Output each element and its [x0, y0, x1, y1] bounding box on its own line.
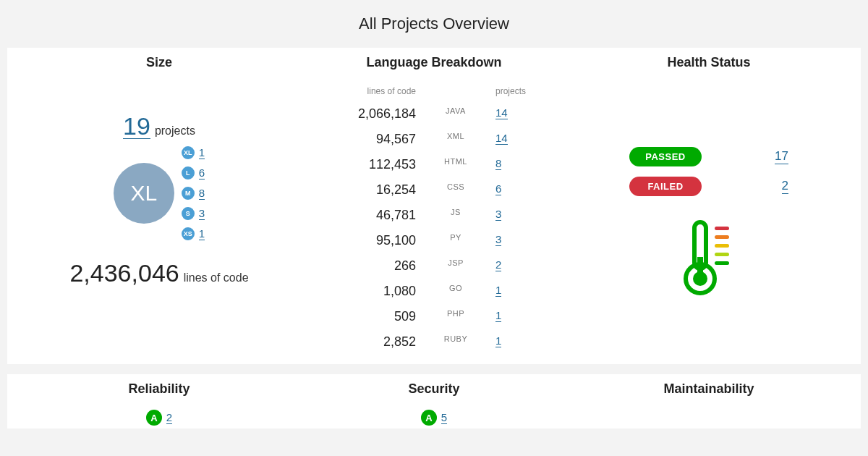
reliability-column: Reliability A 2: [22, 381, 297, 426]
lang-loc: 112,453: [329, 157, 416, 172]
health-passed-row[interactable]: PASSED 17: [629, 147, 788, 166]
failed-count[interactable]: 2: [782, 179, 788, 194]
rating-badge-a: A: [146, 410, 162, 426]
size-bucket[interactable]: L 6: [182, 166, 205, 180]
lang-name: GO: [430, 284, 481, 299]
lang-projects[interactable]: 2: [495, 258, 539, 274]
lang-name: JSP: [430, 258, 481, 274]
projects-count[interactable]: 19: [123, 114, 150, 139]
projects-label: projects: [155, 124, 195, 138]
lang-loc: 266: [329, 258, 416, 274]
failed-pill: FAILED: [629, 177, 702, 196]
lang-projects[interactable]: 1: [495, 284, 539, 299]
page-title: All Projects Overview: [7, 7, 861, 45]
health-column: Health Status PASSED 17 FAILED 2: [571, 55, 846, 350]
svg-rect-4: [715, 227, 729, 230]
size-badge-l: L: [182, 166, 195, 180]
language-column: Language Breakdown lines of code project…: [297, 55, 571, 350]
lang-projects[interactable]: 3: [495, 233, 539, 248]
lang-name: CSS: [430, 182, 481, 198]
size-badge-s: S: [182, 207, 195, 220]
loc-label: lines of code: [184, 271, 249, 284]
lang-loc-header: lines of code: [329, 86, 416, 96]
size-heading: Size: [146, 55, 172, 82]
size-bucket-count[interactable]: 1: [199, 227, 205, 240]
passed-count[interactable]: 17: [775, 149, 788, 164]
security-count[interactable]: 5: [441, 411, 447, 424]
size-bucket[interactable]: S 3: [182, 207, 205, 220]
reliability-heading: Reliability: [128, 381, 190, 408]
lang-name: JS: [430, 208, 481, 223]
reliability-rating-row[interactable]: A 2: [146, 410, 172, 426]
security-heading: Security: [408, 381, 459, 408]
quality-panel: Reliability A 2 Security A 5 Maintainabi…: [7, 374, 861, 428]
language-heading: Language Breakdown: [366, 55, 501, 86]
svg-rect-6: [715, 244, 729, 248]
lang-projects[interactable]: 1: [495, 309, 539, 324]
lang-name: PY: [430, 233, 481, 248]
overview-panel: Size 19 projects XL XL 1 L 6: [7, 48, 861, 364]
reliability-count[interactable]: 2: [166, 411, 172, 424]
size-bucket[interactable]: XL 1: [182, 146, 205, 159]
thermometer-icon: [680, 216, 738, 296]
lang-name: XML: [430, 132, 481, 147]
health-failed-row[interactable]: FAILED 2: [629, 177, 788, 196]
size-bucket-list: XL 1 L 6 M 8 S 3: [182, 146, 205, 240]
maintainability-column: Maintainability: [571, 381, 846, 426]
maintainability-heading: Maintainability: [663, 381, 754, 408]
size-badge-xs: XS: [182, 227, 195, 240]
security-column: Security A 5: [297, 381, 571, 426]
lang-loc: 94,567: [329, 132, 416, 147]
lang-name: RUBY: [430, 334, 481, 350]
size-badge-m: M: [182, 187, 195, 200]
svg-rect-8: [715, 261, 729, 265]
lang-loc: 16,254: [329, 182, 416, 198]
size-bucket[interactable]: M 8: [182, 187, 205, 200]
health-heading: Health Status: [667, 55, 750, 82]
passed-pill: PASSED: [629, 147, 702, 166]
lang-loc: 46,781: [329, 208, 416, 223]
lang-loc: 2,852: [329, 334, 416, 350]
size-bucket-count[interactable]: 8: [199, 187, 205, 200]
svg-rect-5: [715, 235, 729, 239]
lang-projects[interactable]: 14: [495, 132, 539, 147]
size-bubble: XL: [114, 163, 174, 224]
lang-projects[interactable]: 3: [495, 208, 539, 223]
size-column: Size 19 projects XL XL 1 L 6: [22, 55, 297, 350]
lang-projects[interactable]: 8: [495, 157, 539, 172]
size-badge-xl: XL: [182, 146, 195, 159]
size-bucket-count[interactable]: 3: [199, 207, 205, 220]
lang-projects[interactable]: 14: [495, 106, 539, 122]
svg-rect-3: [697, 257, 703, 277]
lang-loc: 95,100: [329, 233, 416, 248]
rating-badge-a: A: [421, 410, 437, 426]
lang-projects[interactable]: 1: [495, 334, 539, 350]
lang-name: PHP: [430, 309, 481, 324]
lang-loc: 1,080: [329, 284, 416, 299]
size-bucket[interactable]: XS 1: [182, 227, 205, 240]
security-rating-row[interactable]: A 5: [421, 410, 447, 426]
lang-proj-header: projects: [495, 86, 539, 96]
language-table: lines of code projects 2,066,184 JAVA 14…: [329, 86, 539, 350]
svg-rect-7: [715, 253, 729, 256]
lang-projects[interactable]: 6: [495, 182, 539, 198]
lang-loc: 2,066,184: [329, 106, 416, 122]
lang-name: JAVA: [430, 106, 481, 122]
loc-total: 2,436,046: [69, 259, 179, 287]
lang-name: HTML: [430, 157, 481, 172]
lang-loc: 509: [329, 309, 416, 324]
size-bucket-count[interactable]: 1: [199, 146, 205, 159]
size-bucket-count[interactable]: 6: [199, 166, 205, 180]
